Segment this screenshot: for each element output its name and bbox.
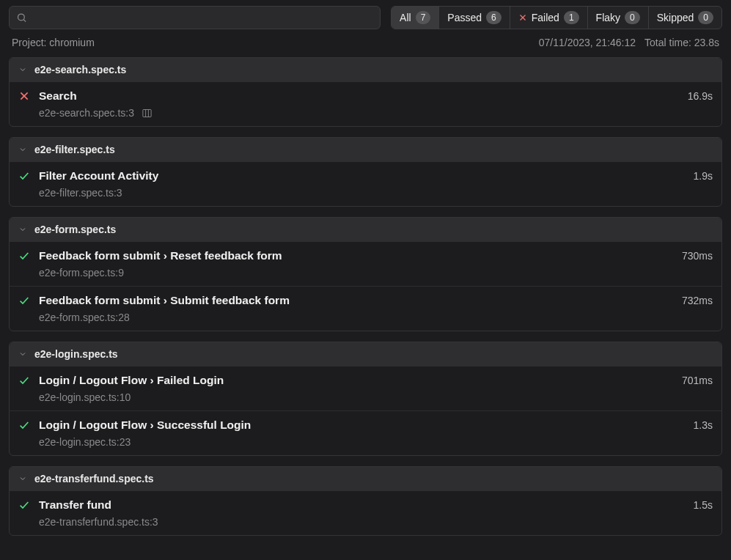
- test-location: e2e-login.spec.ts:10: [39, 391, 131, 403]
- test-location: e2e-form.spec.ts:28: [39, 312, 130, 323]
- test-location: e2e-filter.spec.ts:3: [39, 187, 122, 199]
- test-row[interactable]: Feedback form submit › Submit feedback f…: [10, 286, 721, 331]
- test-first-line: Feedback form submit › Reset feedback fo…: [18, 249, 713, 262]
- spec-file-name: e2e-filter.spec.ts: [34, 144, 115, 155]
- test-second-line: e2e-form.spec.ts:9: [18, 262, 713, 279]
- spec-group-header[interactable]: e2e-search.spec.ts: [10, 58, 721, 81]
- test-name: Feedback form submit › Reset feedback fo…: [39, 249, 673, 262]
- filter-label: Skipped: [657, 12, 694, 23]
- filter-skipped-button[interactable]: Skipped0: [649, 7, 721, 29]
- filter-flaky-button[interactable]: Flaky0: [588, 7, 649, 29]
- test-row[interactable]: Filter Account Activity1.9se2e-filter.sp…: [10, 161, 721, 206]
- test-name: Feedback form submit › Submit feedback f…: [39, 294, 673, 307]
- spec-group: e2e-filter.spec.tsFilter Account Activit…: [9, 137, 722, 207]
- test-second-line: e2e-login.spec.ts:23: [18, 432, 713, 448]
- test-name: Login / Logout Flow › Failed Login: [39, 374, 673, 387]
- filter-failed-button[interactable]: Failed1: [510, 7, 588, 29]
- test-duration: 1.3s: [694, 419, 713, 431]
- spec-file-name: e2e-transferfund.spec.ts: [34, 473, 154, 485]
- svg-rect-6: [143, 109, 151, 117]
- fail-icon: [518, 13, 527, 22]
- trace-icon[interactable]: [142, 108, 153, 119]
- test-duration: 701ms: [682, 375, 713, 386]
- project-label: Project: chromium: [12, 37, 95, 48]
- spec-group: e2e-login.spec.tsLogin / Logout Flow › F…: [9, 342, 722, 456]
- filter-count-badge: 0: [625, 11, 640, 24]
- check-icon: [18, 375, 30, 386]
- check-icon: [18, 499, 30, 511]
- spec-group-header[interactable]: e2e-form.spec.ts: [10, 218, 721, 241]
- test-location: e2e-search.spec.ts:3: [39, 107, 134, 119]
- test-first-line: Filter Account Activity1.9s: [18, 169, 713, 183]
- filter-all-button[interactable]: All7: [392, 7, 439, 29]
- spec-group-header[interactable]: e2e-login.spec.ts: [10, 342, 721, 366]
- test-name: Filter Account Activity: [39, 169, 685, 183]
- svg-line-1: [23, 20, 26, 22]
- spec-group-header[interactable]: e2e-filter.spec.ts: [10, 138, 721, 161]
- chevron-down-icon: [18, 145, 27, 154]
- filter-passed-button[interactable]: Passed6: [439, 7, 510, 29]
- spec-group-header[interactable]: e2e-transferfund.spec.ts: [10, 467, 721, 490]
- check-icon: [18, 250, 30, 262]
- test-row[interactable]: Login / Logout Flow › Failed Login701mse…: [10, 366, 721, 410]
- run-timestamp: 07/11/2023, 21:46:12: [539, 37, 636, 48]
- spec-file-name: e2e-login.spec.ts: [34, 348, 118, 360]
- spec-file-name: e2e-form.spec.ts: [34, 224, 116, 235]
- test-first-line: Login / Logout Flow › Successful Login1.…: [18, 419, 713, 432]
- test-location: e2e-login.spec.ts:23: [39, 436, 131, 448]
- spec-group: e2e-form.spec.tsFeedback form submit › R…: [9, 217, 722, 331]
- spec-file-name: e2e-search.spec.ts: [34, 64, 126, 75]
- test-row[interactable]: Login / Logout Flow › Successful Login1.…: [10, 410, 721, 455]
- top-bar: All7Passed6Failed1Flaky0Skipped0: [9, 6, 722, 29]
- search-icon: [16, 12, 27, 23]
- chevron-down-icon: [18, 65, 27, 74]
- filter-label: Flaky: [596, 12, 620, 23]
- test-second-line: e2e-transferfund.spec.ts:3: [18, 512, 713, 528]
- spec-group: e2e-transferfund.spec.tsTransfer fund1.5…: [9, 466, 722, 536]
- total-time: Total time: 23.8s: [644, 37, 719, 48]
- filter-label: All: [400, 12, 411, 23]
- x-icon: [18, 90, 30, 102]
- test-name: Transfer fund: [39, 498, 685, 512]
- filter-label: Failed: [532, 12, 559, 23]
- meta-row: Project: chromium 07/11/2023, 21:46:12 T…: [9, 37, 722, 48]
- filter-count-badge: 1: [564, 11, 579, 24]
- test-first-line: Search16.9s: [18, 89, 713, 103]
- svg-point-0: [18, 14, 25, 21]
- test-second-line: e2e-filter.spec.ts:3: [18, 183, 713, 199]
- test-row[interactable]: Search16.9se2e-search.spec.ts:3: [10, 81, 721, 126]
- test-duration: 1.9s: [694, 170, 713, 182]
- test-duration: 16.9s: [688, 90, 713, 102]
- test-second-line: e2e-login.spec.ts:10: [18, 387, 713, 403]
- test-location: e2e-form.spec.ts:9: [39, 267, 124, 279]
- chevron-down-icon: [18, 474, 27, 483]
- test-first-line: Feedback form submit › Submit feedback f…: [18, 294, 713, 307]
- search-input[interactable]: [9, 6, 381, 29]
- test-duration: 730ms: [682, 250, 713, 262]
- filter-count-badge: 7: [416, 11, 431, 24]
- filter-count-badge: 6: [486, 11, 502, 24]
- check-icon: [18, 295, 30, 306]
- test-location: e2e-transferfund.spec.ts:3: [39, 516, 158, 528]
- filter-count-badge: 0: [698, 11, 713, 24]
- test-first-line: Transfer fund1.5s: [18, 498, 713, 512]
- spec-group: e2e-search.spec.tsSearch16.9se2e-search.…: [9, 57, 722, 127]
- test-second-line: e2e-search.spec.ts:3: [18, 103, 713, 119]
- test-first-line: Login / Logout Flow › Failed Login701ms: [18, 374, 713, 387]
- test-row[interactable]: Transfer fund1.5se2e-transferfund.spec.t…: [10, 490, 721, 535]
- chevron-down-icon: [18, 350, 27, 358]
- filter-label: Passed: [447, 12, 482, 23]
- test-row[interactable]: Feedback form submit › Reset feedback fo…: [10, 241, 721, 286]
- search-wrapper: [9, 6, 381, 29]
- test-name: Login / Logout Flow › Successful Login: [39, 419, 685, 432]
- test-duration: 1.5s: [694, 499, 713, 511]
- check-icon: [18, 170, 30, 182]
- test-duration: 732ms: [682, 295, 713, 306]
- test-name: Search: [39, 89, 679, 103]
- check-icon: [18, 419, 30, 431]
- chevron-down-icon: [18, 225, 27, 234]
- test-second-line: e2e-form.spec.ts:28: [18, 307, 713, 323]
- filter-group: All7Passed6Failed1Flaky0Skipped0: [391, 6, 722, 29]
